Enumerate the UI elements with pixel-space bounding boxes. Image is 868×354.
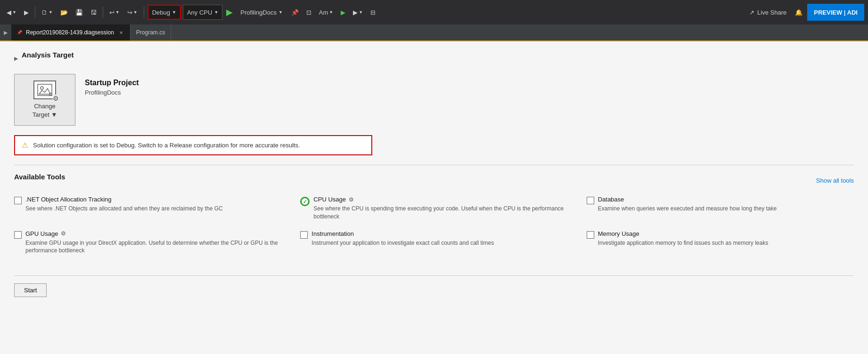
startup-project-title: Startup Project — [85, 79, 139, 87]
tool-cpu-usage: ✓ CPU Usage ⚙ See where the CPU is spend… — [300, 196, 567, 221]
tool-instrumentation-text: Instrumentation Instrument your applicat… — [311, 230, 494, 247]
tools-grid: .NET Object Allocation Tracking See wher… — [14, 196, 854, 264]
tab-diagsession[interactable]: 📌 Report20190828-1439.diagsession ✕ — [11, 24, 131, 40]
breakpoints-button[interactable]: ⊡ — [303, 7, 314, 18]
tabbar: ▶ 📌 Report20190828-1439.diagsession ✕ Pr… — [0, 24, 868, 41]
new-project-button[interactable]: 🗋 ▼ — [39, 7, 56, 18]
tool-cpu-usage-text: CPU Usage ⚙ See where the CPU is spendin… — [313, 196, 567, 221]
tool-cpu-usage-desc: See where the CPU is spending time execu… — [313, 205, 567, 221]
tools-section-title: Available Tools — [14, 173, 65, 181]
tool-instrumentation: Instrumentation Instrument your applicat… — [300, 230, 567, 255]
run2-button[interactable]: ▶ — [338, 7, 348, 18]
change-target-button[interactable]: ⚙ ChangeTarget ▼ — [14, 74, 75, 126]
toolbar: ◀ ▼ ▶ 🗋 ▼ 📂 💾 🖫 ↩ ▼ ↪ ▼ Debug ▼ Any CPU … — [0, 0, 868, 24]
back-button[interactable]: ◀ ▼ — [4, 7, 19, 18]
undo-dropdown-icon: ▼ — [115, 10, 120, 15]
tool-gpu-usage-name: GPU Usage ⚙ — [25, 230, 281, 237]
tool-memory-usage-desc: Investigate application memory to find i… — [598, 239, 769, 247]
analysis-section: ▶ Analysis Target ⚙ ChangeTarget ▼ — [14, 51, 854, 155]
cpu-dropdown[interactable]: Any CPU ▼ — [183, 5, 222, 20]
cpu-label: Any CPU — [187, 9, 212, 16]
more-icon: ▶ — [353, 9, 358, 16]
divider-1 — [14, 165, 854, 165]
show-all-tools-link[interactable]: Show all tools — [816, 177, 854, 184]
pin-icon: 📌 — [291, 9, 299, 16]
more-chevron: ▼ — [359, 10, 363, 15]
annotate-button[interactable]: Am ▼ — [316, 7, 336, 18]
preview-button[interactable]: PREVIEW | ADI — [807, 4, 864, 21]
tool-cpu-usage-checkbox[interactable]: ✓ — [300, 197, 310, 206]
tool-net-object-desc: See where .NET Objects are allocated and… — [25, 205, 223, 213]
notifications-icon: 🔔 — [795, 9, 802, 16]
save-all-button[interactable]: 🖫 — [88, 7, 99, 18]
divider-2 — [14, 275, 854, 276]
extra-icon: ⊟ — [370, 9, 376, 16]
tab-diagsession-close[interactable]: ✕ — [118, 30, 124, 36]
svg-point-2 — [41, 87, 43, 89]
undo-button[interactable]: ↩ ▼ — [106, 7, 123, 18]
open-icon: 📂 — [60, 9, 68, 16]
tool-instrumentation-desc: Instrument your application to investiga… — [311, 239, 494, 247]
open-button[interactable]: 📂 — [57, 7, 71, 18]
more-button[interactable]: ▶ ▼ — [350, 7, 366, 18]
tool-gpu-usage-checkbox[interactable] — [14, 231, 22, 239]
tool-net-object-name: .NET Object Allocation Tracking — [25, 196, 223, 203]
tools-header: Available Tools Show all tools — [14, 173, 854, 188]
tab-program-label: Program.cs — [136, 29, 165, 36]
debug-config-dropdown[interactable]: Debug ▼ — [147, 5, 181, 20]
tool-instrumentation-name: Instrumentation — [311, 230, 494, 237]
debug-config-label: Debug — [152, 9, 170, 16]
run2-icon: ▶ — [341, 9, 345, 16]
tool-net-object-text: .NET Object Allocation Tracking See wher… — [25, 196, 223, 213]
tool-gpu-usage-gear[interactable]: ⚙ — [61, 230, 66, 237]
warning-icon: ⚠ — [22, 141, 28, 150]
start-button[interactable]: Start — [14, 283, 47, 297]
change-target-chevron: ▼ — [51, 111, 57, 118]
tool-memory-usage-name: Memory Usage — [598, 230, 769, 237]
separator-1 — [35, 7, 35, 18]
redo-icon: ↪ — [127, 9, 132, 16]
tool-database-desc: Examine when queries were executed and m… — [598, 205, 777, 213]
forward-button[interactable]: ▶ — [21, 7, 32, 18]
play-icon: ▶ — [226, 8, 233, 17]
tool-memory-usage-text: Memory Usage Investigate application mem… — [598, 230, 769, 247]
breakpoints-icon: ⊡ — [306, 9, 311, 16]
notifications-button[interactable]: 🔔 — [792, 7, 805, 18]
back-dropdown-icon: ▼ — [12, 10, 16, 15]
forward-icon: ▶ — [24, 9, 29, 16]
tool-net-object-checkbox[interactable] — [14, 197, 22, 204]
tool-database-checkbox[interactable] — [587, 197, 594, 204]
live-share-button[interactable]: ↗ Live Share — [745, 7, 790, 18]
tool-database-name: Database — [598, 196, 777, 203]
tool-gpu-usage-desc: Examine GPU usage in your DirectX applic… — [25, 239, 281, 255]
separator-3 — [144, 7, 144, 18]
redo-button[interactable]: ↪ ▼ — [124, 7, 140, 18]
run-button[interactable]: ▶ — [224, 6, 235, 18]
tool-memory-usage: Memory Usage Investigate application mem… — [587, 230, 854, 255]
analysis-section-title: Analysis Target — [22, 51, 74, 59]
profiling-button[interactable]: ProfilingDocs ▼ — [237, 7, 287, 18]
extra-button[interactable]: ⊟ — [368, 7, 378, 18]
change-target-label: ChangeTarget ▼ — [33, 102, 57, 119]
warning-box: ⚠ Solution configuration is set to Debug… — [14, 135, 372, 155]
project-name: ProfilingDocs — [85, 89, 139, 96]
new-project-icon: 🗋 — [41, 9, 48, 16]
preview-label: PREVIEW | ADI — [814, 9, 858, 16]
redo-dropdown-icon: ▼ — [133, 10, 138, 15]
tool-gpu-usage-text: GPU Usage ⚙ Examine GPU usage in your Di… — [25, 230, 281, 255]
profiling-chevron: ▼ — [278, 10, 283, 15]
tool-instrumentation-checkbox[interactable] — [300, 231, 308, 239]
tool-memory-usage-checkbox[interactable] — [587, 231, 594, 239]
target-info: Startup Project ProfilingDocs — [85, 74, 139, 96]
tab-program[interactable]: Program.cs — [131, 24, 171, 40]
live-share-icon: ↗ — [749, 9, 754, 16]
undo-icon: ↩ — [109, 9, 115, 16]
pin-button[interactable]: 📌 — [288, 7, 302, 18]
analysis-collapse-arrow[interactable]: ▶ — [14, 56, 18, 62]
svg-text:⚙: ⚙ — [49, 92, 52, 96]
collapse-tabs-button[interactable]: ▶ — [0, 24, 11, 40]
save-button[interactable]: 💾 — [73, 7, 86, 18]
tool-database: Database Examine when queries were execu… — [587, 196, 854, 221]
separator-2 — [103, 7, 103, 18]
tool-cpu-usage-gear[interactable]: ⚙ — [349, 196, 354, 203]
